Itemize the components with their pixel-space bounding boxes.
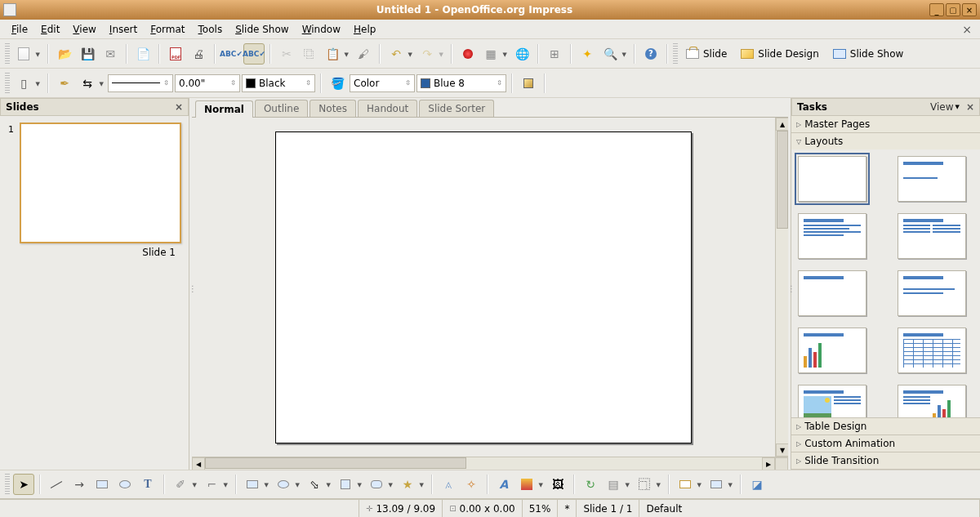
- tab-outline[interactable]: Outline: [255, 100, 308, 117]
- layout-title-content[interactable]: [798, 213, 866, 259]
- task-title-custom-animation[interactable]: ▷Custom Animation: [791, 435, 980, 452]
- splitter-left[interactable]: [189, 98, 192, 470]
- open-button[interactable]: 📂: [54, 43, 75, 65]
- table-button[interactable]: ▦▼: [480, 43, 501, 65]
- vscroll-track[interactable]: [776, 131, 788, 443]
- tasks-view-menu[interactable]: View: [930, 101, 953, 113]
- layout-blank[interactable]: [798, 156, 866, 202]
- arrange-button-2[interactable]: ⿹▼: [634, 474, 655, 495]
- callouts-button[interactable]: ▼: [366, 474, 387, 495]
- menu-format[interactable]: Format: [144, 22, 191, 37]
- insert-slide-button-2[interactable]: ▼: [675, 474, 696, 495]
- area-props-button[interactable]: 🪣: [327, 73, 348, 94]
- hyperlink-button[interactable]: 🌐: [511, 43, 532, 65]
- vscroll-thumb[interactable]: [777, 131, 788, 229]
- menu-slideshow[interactable]: Slide Show: [229, 22, 296, 37]
- text-tool-button[interactable]: T: [137, 474, 158, 495]
- task-title-layouts[interactable]: ▽Layouts: [791, 133, 980, 149]
- line-arrow-tool-button[interactable]: →: [69, 474, 90, 495]
- scroll-left-button[interactable]: ◀: [192, 457, 205, 470]
- layout-title-text-chart[interactable]: [898, 385, 966, 417]
- layout-centered-text[interactable]: [898, 270, 966, 316]
- menu-insert[interactable]: Insert: [103, 22, 144, 37]
- line-style-combo[interactable]: ⇳: [108, 74, 173, 92]
- tab-normal[interactable]: Normal: [195, 100, 253, 118]
- print-button[interactable]: 🖨: [188, 43, 209, 65]
- email-button[interactable]: ✉: [100, 43, 121, 65]
- autospellcheck-button[interactable]: ABC✔: [243, 43, 265, 65]
- vertical-scrollbar[interactable]: ▲ ▼: [775, 118, 788, 457]
- close-button[interactable]: ×: [962, 3, 977, 16]
- arrow-style-button[interactable]: ⇆▼: [77, 73, 98, 94]
- line-color-combo[interactable]: Black⇳: [242, 74, 315, 92]
- document-close-icon[interactable]: ×: [959, 23, 975, 36]
- slide-layout-button[interactable]: ▼: [706, 474, 727, 495]
- area-fill-combo[interactable]: Blue 8⇳: [416, 74, 506, 92]
- layout-two-content[interactable]: [898, 213, 966, 259]
- scroll-right-button[interactable]: ▶: [762, 457, 775, 470]
- scroll-down-button[interactable]: ▼: [776, 443, 788, 457]
- extrusion-button[interactable]: ◪: [746, 474, 768, 495]
- alignment-button[interactable]: ▤▼: [603, 474, 624, 495]
- hscroll-track[interactable]: [205, 457, 762, 470]
- maximize-button[interactable]: ▢: [946, 3, 960, 16]
- layout-title-image-text[interactable]: [798, 385, 866, 417]
- block-arrows-button[interactable]: ⬂▼: [304, 474, 325, 495]
- menu-file[interactable]: File: [5, 22, 34, 37]
- task-title-table-design[interactable]: ▷Table Design: [791, 418, 980, 435]
- slide-design-button[interactable]: Slide Design: [736, 43, 826, 65]
- canvas-viewport[interactable]: [192, 118, 775, 457]
- help-button[interactable]: ?: [640, 43, 662, 65]
- slide-canvas[interactable]: [275, 131, 692, 443]
- chevron-down-icon[interactable]: ▼: [956, 104, 960, 110]
- menu-edit[interactable]: Edit: [34, 22, 66, 37]
- format-paintbrush-button[interactable]: 🖌: [353, 43, 374, 65]
- cut-button[interactable]: ✂: [276, 43, 297, 65]
- layout-title[interactable]: [898, 156, 966, 202]
- line-tool-button[interactable]: [46, 474, 67, 495]
- zoom-button[interactable]: 🔍▼: [599, 43, 621, 65]
- fontwork-button[interactable]: A: [493, 474, 514, 495]
- insert-slide-button[interactable]: Slide: [681, 43, 734, 65]
- paste-button[interactable]: 📋▼: [322, 43, 343, 65]
- toolbar-grip-2[interactable]: [673, 43, 678, 65]
- layout-title-only[interactable]: [798, 270, 866, 316]
- layout-title-table[interactable]: [898, 328, 966, 373]
- copy-button[interactable]: ⿻: [299, 43, 320, 65]
- connector-tool-button[interactable]: ⌐▼: [201, 474, 222, 495]
- tab-slide-sorter[interactable]: Slide Sorter: [419, 100, 494, 117]
- tasks-panel-close-icon[interactable]: ×: [966, 101, 974, 113]
- scroll-up-button[interactable]: ▲: [776, 118, 788, 131]
- basic-shapes-button[interactable]: ▼: [242, 474, 263, 495]
- toolbar-grip[interactable]: [5, 43, 10, 65]
- new-document-button[interactable]: ▼: [13, 43, 34, 65]
- slides-panel-close-icon[interactable]: ×: [175, 101, 183, 113]
- task-title-master-pages[interactable]: ▷Master Pages: [791, 116, 980, 132]
- line-width-combo[interactable]: 0.00"⇳: [175, 74, 240, 92]
- rectangle-tool-button[interactable]: [91, 474, 113, 495]
- save-button[interactable]: 💾: [77, 43, 98, 65]
- export-pdf-button[interactable]: [165, 43, 186, 65]
- status-zoom[interactable]: 51%: [523, 500, 559, 517]
- select-tool-button[interactable]: ➤: [13, 474, 34, 495]
- menu-window[interactable]: Window: [296, 22, 347, 37]
- toolbar-grip-3[interactable]: [5, 73, 10, 94]
- arrange-button[interactable]: ▯▼: [13, 73, 34, 94]
- layout-title-chart[interactable]: [798, 328, 866, 373]
- slides-list[interactable]: 1 Slide 1: [0, 116, 189, 470]
- slide-show-button[interactable]: Slide Show: [828, 43, 911, 65]
- flowcharts-button[interactable]: ▼: [335, 474, 356, 495]
- edit-file-button[interactable]: 📄: [132, 43, 154, 65]
- tab-notes[interactable]: Notes: [310, 100, 356, 117]
- display-grid-button[interactable]: ⊞: [544, 43, 565, 65]
- navigator-button[interactable]: ✦: [577, 43, 598, 65]
- stars-button[interactable]: ★▼: [397, 474, 418, 495]
- spellcheck-button[interactable]: ABC✔: [220, 43, 242, 65]
- curve-tool-button[interactable]: ✐▼: [170, 474, 191, 495]
- hscroll-thumb[interactable]: [205, 457, 466, 469]
- gallery-button[interactable]: 🖼: [547, 474, 568, 495]
- minimize-button[interactable]: _: [929, 3, 944, 16]
- menu-help[interactable]: Help: [347, 22, 382, 37]
- toolbar-grip-4[interactable]: [5, 474, 10, 495]
- points-button[interactable]: ⟑: [438, 474, 459, 495]
